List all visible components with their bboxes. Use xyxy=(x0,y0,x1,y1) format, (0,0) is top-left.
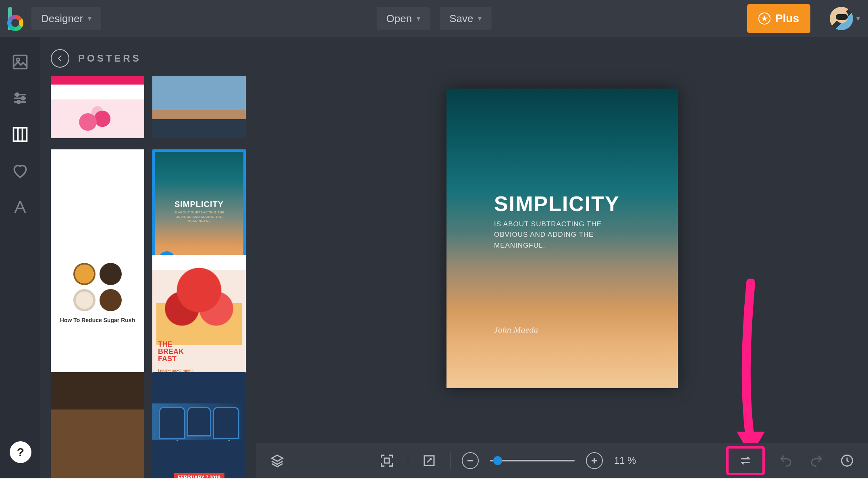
adjust-tab-icon[interactable] xyxy=(11,89,29,107)
zoom-out-button[interactable]: − xyxy=(462,452,479,469)
mode-dropdown[interactable]: Designer ▾ xyxy=(31,7,101,30)
svg-point-4 xyxy=(17,101,20,103)
template-label: How To Reduce Sugar Rush xyxy=(60,317,135,324)
bottom-toolbar: − + 11 % xyxy=(256,443,868,478)
svg-point-1 xyxy=(17,58,19,61)
chevron-down-icon: ▾ xyxy=(478,14,482,23)
annotation-arrow xyxy=(729,279,773,461)
save-label: Save xyxy=(449,12,473,25)
poster-title[interactable]: SIMPLICITY xyxy=(494,192,662,216)
fit-screen-button[interactable] xyxy=(377,451,397,470)
star-badge-icon: ★ xyxy=(758,12,770,25)
favorites-tab-icon[interactable] xyxy=(11,162,29,180)
template-card[interactable] xyxy=(51,76,144,138)
zoom-value: 11 % xyxy=(614,455,636,466)
file-buttons: Open ▾ Save ▾ xyxy=(377,7,492,30)
template-card[interactable]: Super Bowl Party FEBRUARY 7 2019 FRONT R… xyxy=(152,372,246,478)
svg-rect-0 xyxy=(14,56,27,69)
zoom-in-button[interactable]: + xyxy=(586,452,603,469)
text-tab-icon[interactable] xyxy=(11,198,29,216)
template-card[interactable]: How To Reduce Sugar Rush xyxy=(51,255,144,379)
canvas-area[interactable]: SIMPLICITY IS ABOUT SUBTRACTING THE OBVI… xyxy=(256,37,868,478)
template-label: THEBREAKFAST xyxy=(158,341,184,362)
chevron-down-icon: ▾ xyxy=(856,14,860,23)
upgrade-plus-button[interactable]: ★ Plus xyxy=(747,4,810,33)
svg-rect-6 xyxy=(384,458,389,463)
save-dropdown[interactable]: Save ▾ xyxy=(440,7,491,30)
chevron-down-icon: ▾ xyxy=(417,14,420,23)
panel-header: POSTERS xyxy=(40,37,256,76)
templates-grid[interactable]: COLORADO PARKS AND WILDLIFE SIMPLICITY I… xyxy=(40,76,256,478)
annotation-highlight xyxy=(726,446,765,475)
open-label: Open xyxy=(386,12,412,25)
panel-title: POSTERS xyxy=(78,53,141,64)
swap-orientation-button[interactable] xyxy=(736,451,755,470)
account-menu[interactable]: ▾ xyxy=(830,7,860,30)
template-label: SIMPLICITY xyxy=(174,200,224,209)
poster-canvas[interactable]: SIMPLICITY IS ABOUT SUBTRACTING THE OBVI… xyxy=(446,89,678,388)
back-button[interactable] xyxy=(51,49,69,68)
svg-rect-5 xyxy=(14,128,27,141)
template-card[interactable]: THEBREAKFAST Learn•Tips•Connect xyxy=(152,255,246,379)
page-foot xyxy=(0,478,868,488)
image-tab-icon[interactable] xyxy=(11,53,29,71)
divider xyxy=(450,452,451,469)
color-wheel-icon xyxy=(7,15,23,31)
zoom-thumb[interactable] xyxy=(493,456,502,465)
zoom-slider[interactable] xyxy=(490,460,575,461)
templates-panel: POSTERS COLORADO PARKS AND WILDLIFE SIMP… xyxy=(40,37,256,478)
help-button[interactable]: ? xyxy=(10,441,31,463)
mode-label: Designer xyxy=(41,12,83,25)
open-dropdown[interactable]: Open ▾ xyxy=(377,7,430,30)
template-card[interactable] xyxy=(152,76,246,138)
actual-size-button[interactable] xyxy=(419,451,439,470)
poster-author[interactable]: John Maeda xyxy=(494,325,538,335)
template-card[interactable]: End of Fall 35% OFF xyxy=(51,372,144,478)
app-logo xyxy=(8,6,23,31)
svg-point-2 xyxy=(16,93,19,96)
app-root: Designer ▾ Open ▾ Save ▾ ★ Plus ▾ xyxy=(0,0,868,488)
top-bar: Designer ▾ Open ▾ Save ▾ ★ Plus ▾ xyxy=(0,0,868,37)
left-rail: ? xyxy=(0,37,40,478)
plus-label: Plus xyxy=(775,12,799,25)
main-row: ? POSTERS COLORADO PARKS AND WILDLIFE xyxy=(0,37,868,478)
divider xyxy=(408,452,408,469)
template-sublabel: FEBRUARY 7 2019 xyxy=(174,473,224,478)
layers-button[interactable] xyxy=(268,451,287,470)
history-button[interactable] xyxy=(837,451,857,470)
templates-tab-icon[interactable] xyxy=(11,126,29,143)
user-avatar xyxy=(830,7,853,30)
poster-subtitle[interactable]: IS ABOUT SUBTRACTING THE OBVIOUS AND ADD… xyxy=(494,219,631,251)
undo-button[interactable] xyxy=(776,451,795,470)
chevron-down-icon: ▾ xyxy=(88,14,91,23)
redo-button[interactable] xyxy=(807,451,826,470)
svg-point-3 xyxy=(22,97,25,99)
